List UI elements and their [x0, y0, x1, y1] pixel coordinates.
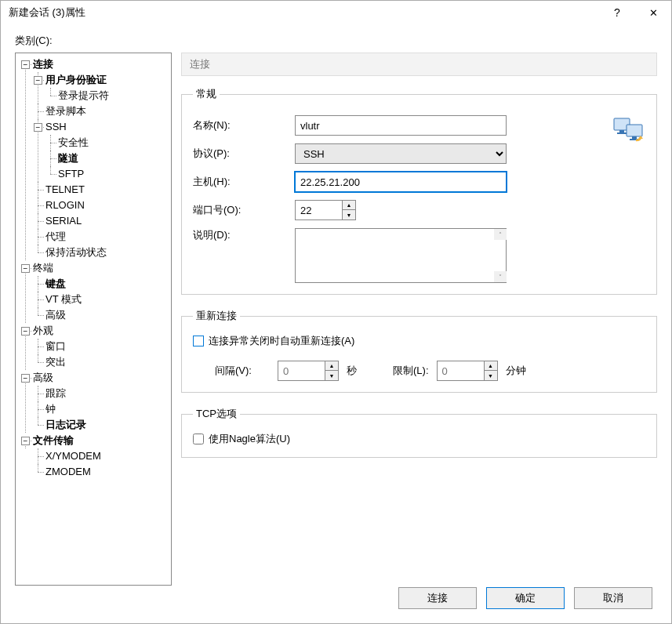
group-general: 常规 名称(N): [181, 87, 657, 295]
protocol-select[interactable]: SSH [295, 143, 507, 164]
cancel-button[interactable]: 取消 [574, 587, 652, 609]
auto-reconnect-label: 连接异常关闭时自动重新连接(A) [209, 334, 354, 348]
spin-up-icon[interactable]: ▲ [485, 361, 497, 371]
tree-terminal[interactable]: 终端 [33, 262, 53, 274]
svg-rect-4 [632, 136, 637, 139]
close-button[interactable]: ✕ [635, 1, 671, 24]
ok-button[interactable]: 确定 [486, 587, 565, 609]
nagle-checkbox[interactable] [193, 434, 204, 444]
limit-spinner[interactable]: ▲ ▼ [437, 361, 498, 381]
svg-rect-1 [619, 130, 624, 132]
tree-window[interactable]: 窗口 [45, 340, 66, 352]
help-button[interactable]: ? [599, 1, 635, 24]
spin-up-icon[interactable]: ▲ [325, 361, 338, 371]
tree-filetransfer[interactable]: 文件传输 [33, 434, 74, 446]
group-reconnect-legend: 重新连接 [193, 309, 240, 323]
expander-icon[interactable]: − [21, 264, 30, 273]
spin-up-icon[interactable]: ▲ [343, 201, 355, 210]
interval-input [278, 361, 325, 381]
nagle-label: 使用Nagle算法(U) [209, 432, 290, 446]
tree-xymodem[interactable]: X/YMODEM [45, 450, 101, 462]
tree-appearance[interactable]: 外观 [33, 325, 53, 336]
tree-proxy[interactable]: 代理 [45, 230, 66, 242]
tree-security[interactable]: 安全性 [58, 136, 89, 148]
tree-bell[interactable]: 钟 [45, 403, 56, 415]
tree-rlogin[interactable]: RLOGIN [45, 199, 85, 211]
spin-down-icon[interactable]: ▼ [325, 371, 338, 380]
tree-login-script[interactable]: 登录脚本 [45, 105, 86, 117]
group-reconnect: 重新连接 连接异常关闭时自动重新连接(A) 间隔(V): ▲ ▼ 秒 [181, 309, 657, 393]
tree-logging[interactable]: 日志记录 [45, 419, 86, 430]
limit-input [437, 361, 484, 381]
tree-sftp[interactable]: SFTP [58, 168, 84, 180]
tree-zmodem[interactable]: ZMODEM [45, 466, 91, 477]
name-input[interactable] [295, 115, 507, 136]
panel-header: 连接 [181, 53, 657, 76]
tree-adv-term[interactable]: 高级 [45, 309, 66, 321]
name-label: 名称(N): [193, 118, 295, 132]
tree-trace[interactable]: 跟踪 [45, 387, 66, 399]
settings-panel: 连接 常规 名称(N): [181, 53, 657, 472]
tree-vt[interactable]: VT 模式 [45, 293, 82, 305]
title-bar: 新建会话 (3)属性 ? ✕ [1, 1, 671, 24]
description-label: 说明(D): [193, 228, 295, 242]
tree-connection[interactable]: 连接 [33, 58, 53, 70]
category-label: 类别(C): [15, 34, 657, 48]
interval-spinner[interactable]: ▲ ▼ [278, 361, 339, 381]
description-textarea[interactable] [295, 228, 507, 283]
spin-down-icon[interactable]: ▼ [343, 210, 355, 219]
tree-ssh[interactable]: SSH [45, 121, 67, 132]
tree-keepalive[interactable]: 保持活动状态 [45, 246, 107, 258]
tree-advanced[interactable]: 高级 [33, 372, 53, 383]
scroll-up-icon[interactable]: ˄ [494, 229, 507, 240]
connection-icon [612, 115, 645, 146]
tree-tunnel[interactable]: 隧道 [58, 152, 78, 164]
minutes-label: 分钟 [506, 364, 526, 378]
tree-login-prompt[interactable]: 登录提示符 [58, 89, 109, 101]
tree-keyboard[interactable]: 键盘 [45, 278, 66, 289]
port-label: 端口号(O): [193, 203, 295, 217]
port-spinner[interactable]: ▲ ▼ [295, 200, 356, 220]
host-input[interactable] [295, 172, 507, 192]
connect-button[interactable]: 连接 [398, 587, 477, 609]
svg-rect-2 [617, 132, 627, 134]
interval-label: 间隔(V): [215, 364, 270, 378]
dialog-footer: 连接 确定 取消 [398, 587, 652, 609]
limit-label: 限制(L): [393, 364, 429, 378]
group-tcp-legend: TCP选项 [193, 407, 240, 421]
port-input[interactable] [295, 200, 342, 220]
auto-reconnect-checkbox[interactable] [193, 336, 204, 346]
window-title: 新建会话 (3)属性 [9, 5, 599, 20]
expander-icon[interactable]: − [34, 76, 42, 85]
tree-highlight[interactable]: 突出 [45, 356, 66, 368]
host-label: 主机(H): [193, 175, 295, 189]
seconds-label: 秒 [347, 364, 357, 378]
group-general-legend: 常规 [193, 87, 220, 101]
protocol-label: 协议(P): [193, 147, 295, 161]
scroll-down-icon[interactable]: ˅ [494, 271, 507, 282]
tree-serial[interactable]: SERIAL [45, 215, 82, 227]
expander-icon[interactable]: − [34, 123, 42, 132]
expander-icon[interactable]: − [21, 374, 30, 383]
tree-auth[interactable]: 用户身份验证 [45, 74, 107, 85]
expander-icon[interactable]: − [21, 437, 30, 445]
tree-telnet[interactable]: TELNET [45, 183, 85, 195]
category-tree[interactable]: − 连接 − 用户身份验证 登录提示符 登录脚本 − SSH [15, 53, 172, 586]
expander-icon[interactable]: − [21, 327, 30, 336]
spin-down-icon[interactable]: ▼ [485, 371, 497, 380]
group-tcp: TCP选项 使用Nagle算法(U) [181, 407, 657, 458]
expander-icon[interactable]: − [21, 60, 30, 69]
svg-rect-3 [627, 125, 642, 136]
